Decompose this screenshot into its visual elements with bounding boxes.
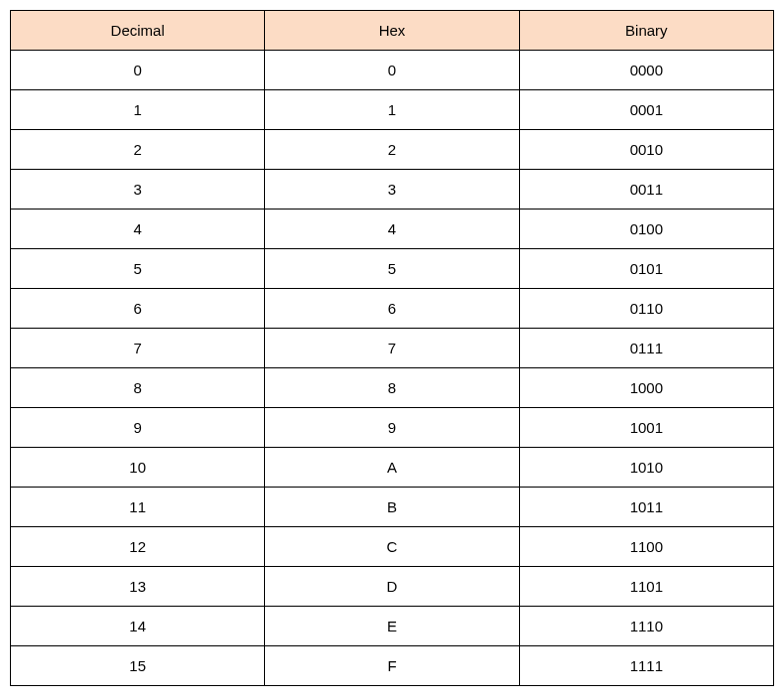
cell-decimal: 8 <box>11 368 265 408</box>
cell-binary: 1001 <box>519 408 773 448</box>
cell-binary: 1010 <box>519 448 773 488</box>
table-row: 15 F 1111 <box>11 646 774 686</box>
header-decimal: Decimal <box>11 11 265 51</box>
cell-hex: 8 <box>265 368 519 408</box>
cell-decimal: 12 <box>11 527 265 567</box>
cell-binary: 0110 <box>519 289 773 329</box>
table-row: 12 C 1100 <box>11 527 774 567</box>
header-binary: Binary <box>519 11 773 51</box>
cell-binary: 0001 <box>519 90 773 130</box>
cell-decimal: 0 <box>11 51 265 90</box>
cell-hex: A <box>265 448 519 488</box>
cell-hex: 2 <box>265 130 519 170</box>
cell-hex: 6 <box>265 289 519 329</box>
table-row: 1 1 0001 <box>11 90 774 130</box>
cell-decimal: 14 <box>11 607 265 646</box>
cell-binary: 1000 <box>519 368 773 408</box>
cell-decimal: 11 <box>11 488 265 527</box>
cell-binary: 0111 <box>519 329 773 368</box>
cell-hex: 5 <box>265 249 519 289</box>
table-row: 7 7 0111 <box>11 329 774 368</box>
cell-hex: 4 <box>265 210 519 249</box>
cell-binary: 1011 <box>519 488 773 527</box>
table-header-row: Decimal Hex Binary <box>11 11 774 51</box>
cell-hex: E <box>265 607 519 646</box>
cell-hex: 0 <box>265 51 519 90</box>
cell-decimal: 3 <box>11 170 265 210</box>
table-row: 6 6 0110 <box>11 289 774 329</box>
cell-decimal: 10 <box>11 448 265 488</box>
cell-hex: 9 <box>265 408 519 448</box>
cell-decimal: 6 <box>11 289 265 329</box>
table-row: 9 9 1001 <box>11 408 774 448</box>
cell-hex: 7 <box>265 329 519 368</box>
cell-hex: 3 <box>265 170 519 210</box>
cell-decimal: 2 <box>11 130 265 170</box>
cell-decimal: 1 <box>11 90 265 130</box>
table-row: 11 B 1011 <box>11 488 774 527</box>
cell-decimal: 9 <box>11 408 265 448</box>
cell-hex: D <box>265 567 519 607</box>
table-row: 5 5 0101 <box>11 249 774 289</box>
cell-binary: 1110 <box>519 607 773 646</box>
table-row: 2 2 0010 <box>11 130 774 170</box>
cell-hex: F <box>265 646 519 686</box>
header-hex: Hex <box>265 11 519 51</box>
cell-decimal: 13 <box>11 567 265 607</box>
cell-hex: B <box>265 488 519 527</box>
cell-binary: 1101 <box>519 567 773 607</box>
cell-hex: C <box>265 527 519 567</box>
cell-binary: 0101 <box>519 249 773 289</box>
cell-hex: 1 <box>265 90 519 130</box>
table-body: 0 0 0000 1 1 0001 2 2 0010 3 3 0011 4 4 … <box>11 51 774 686</box>
cell-binary: 0011 <box>519 170 773 210</box>
cell-decimal: 7 <box>11 329 265 368</box>
cell-binary: 0000 <box>519 51 773 90</box>
cell-binary: 1100 <box>519 527 773 567</box>
table-row: 0 0 0000 <box>11 51 774 90</box>
conversion-table: Decimal Hex Binary 0 0 0000 1 1 0001 2 2… <box>10 10 774 686</box>
cell-decimal: 15 <box>11 646 265 686</box>
table-row: 3 3 0011 <box>11 170 774 210</box>
cell-binary: 0100 <box>519 210 773 249</box>
cell-decimal: 5 <box>11 249 265 289</box>
table-row: 10 A 1010 <box>11 448 774 488</box>
table-row: 4 4 0100 <box>11 210 774 249</box>
table-row: 8 8 1000 <box>11 368 774 408</box>
cell-binary: 0010 <box>519 130 773 170</box>
cell-decimal: 4 <box>11 210 265 249</box>
table-row: 14 E 1110 <box>11 607 774 646</box>
cell-binary: 1111 <box>519 646 773 686</box>
table-row: 13 D 1101 <box>11 567 774 607</box>
